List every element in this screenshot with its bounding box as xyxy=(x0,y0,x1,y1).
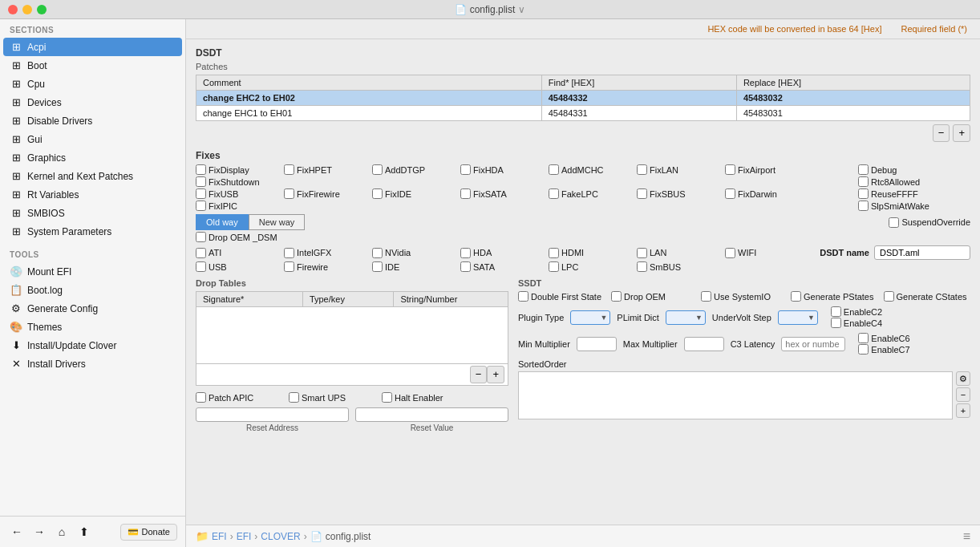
sorted-order-plus[interactable]: + xyxy=(956,403,970,418)
cb-lan[interactable]: LAN xyxy=(637,248,717,258)
min-multiplier-input[interactable] xyxy=(577,337,617,351)
bc-clover[interactable]: CLOVER xyxy=(261,531,300,542)
patches-minus-button[interactable]: − xyxy=(933,124,950,142)
cb-firewire[interactable]: Firewire xyxy=(284,261,364,272)
cb-fix-sata[interactable]: FixSATA xyxy=(460,188,541,199)
cb-suspend-override[interactable]: SuspendOverride xyxy=(889,217,970,228)
cb-fake-lpc[interactable]: FakeLPC xyxy=(549,188,629,199)
cb-ati[interactable]: ATI xyxy=(196,248,276,258)
sidebar-item-install-clover[interactable]: ⬇ Install/Update Clover xyxy=(0,336,185,355)
sidebar-item-themes[interactable]: 🎨 Themes xyxy=(0,318,185,336)
cb-enable-c6[interactable]: EnableC6 xyxy=(858,333,938,343)
cb-fix-ide[interactable]: FixIDE xyxy=(372,188,452,199)
sidebar-item-boot-log[interactable]: 📋 Boot.log xyxy=(0,281,185,299)
cb-debug[interactable]: Debug xyxy=(858,164,970,175)
breadcrumb-menu-button[interactable]: ≡ xyxy=(963,529,970,544)
patches-plus-button[interactable]: + xyxy=(953,124,970,142)
sidebar-item-mount-efi[interactable]: 💿 Mount EFI xyxy=(0,262,185,281)
plugin-type-select[interactable] xyxy=(570,310,610,325)
sidebar-item-rt-variables[interactable]: ⊞ Rt Variables xyxy=(0,185,185,204)
cb-fix-lan[interactable]: FixLAN xyxy=(637,164,717,175)
forward-icon[interactable]: → xyxy=(30,523,48,541)
sidebar-item-gui[interactable]: ⊞ Gui xyxy=(0,130,185,148)
drop-table-scroll[interactable] xyxy=(196,307,508,363)
cb-enable-c4[interactable]: EnableC4 xyxy=(831,318,911,328)
cb-fix-ipic[interactable]: FixIPIC xyxy=(196,201,276,211)
sidebar-item-disable-drivers[interactable]: ⊞ Disable Drivers xyxy=(0,111,185,130)
c3-latency-input[interactable] xyxy=(781,337,845,351)
cb-fix-hpet[interactable]: FixHPET xyxy=(284,164,364,175)
reset-value-input[interactable] xyxy=(355,407,508,422)
share-icon[interactable]: ⬆ xyxy=(75,523,93,541)
cb-add-mchc[interactable]: AddMCHC xyxy=(549,164,629,175)
cb-smbus[interactable]: SmBUS xyxy=(637,261,717,272)
cb-sata[interactable]: SATA xyxy=(460,261,541,272)
cb-halt-enabler[interactable]: Halt Enabler xyxy=(382,392,462,403)
donate-button[interactable]: 💳 Donate xyxy=(120,524,177,541)
minimize-button[interactable] xyxy=(22,5,32,14)
cb-double-first-state[interactable]: Double First State xyxy=(518,291,601,302)
new-way-button[interactable]: New way xyxy=(249,214,306,230)
disable-drivers-icon: ⊞ xyxy=(10,115,22,127)
cb-wifi[interactable]: WIFI xyxy=(725,248,805,258)
cb-intel-gfx[interactable]: IntelGFX xyxy=(284,248,364,258)
sidebar-item-system-params[interactable]: ⊞ System Parameters xyxy=(0,222,185,241)
sidebar-item-install-drivers[interactable]: ✕ Install Drivers xyxy=(0,355,185,373)
cb-fix-hda[interactable]: FixHDA xyxy=(460,164,541,175)
old-way-button[interactable]: Old way xyxy=(196,214,249,230)
cb-drop-oem-dsm[interactable]: Drop OEM _DSM xyxy=(196,232,970,242)
plimit-dict-select[interactable] xyxy=(666,310,706,325)
maximize-button[interactable] xyxy=(37,5,47,14)
title-chevron: ∨ xyxy=(518,4,525,15)
cb-enable-c2[interactable]: EnableC2 xyxy=(831,306,911,317)
cb-fix-firewire[interactable]: FixFirewire xyxy=(284,188,364,199)
cb-hdmi[interactable]: HDMI xyxy=(549,248,629,258)
max-multiplier-input[interactable] xyxy=(684,337,724,351)
cb-reuse-ffff[interactable]: ReuseFFFF xyxy=(858,188,970,199)
cb-add-dtgp[interactable]: AddDTGP xyxy=(372,164,452,175)
cb-fix-display[interactable]: FixDisplay xyxy=(196,164,276,175)
cb-smart-ups[interactable]: Smart UPS xyxy=(289,392,369,403)
bc-config-plist[interactable]: config.plist xyxy=(326,531,371,542)
sidebar-item-smbios[interactable]: ⊞ SMBIOS xyxy=(0,204,185,222)
sidebar-item-generate-config[interactable]: ⚙ Generate Config xyxy=(0,299,185,318)
cb-enable-c7[interactable]: EnableC7 xyxy=(858,344,938,355)
cb-hda[interactable]: HDA xyxy=(460,248,541,258)
dsdt-name-input[interactable] xyxy=(874,245,970,260)
back-icon[interactable]: ← xyxy=(8,523,26,541)
reset-address-input[interactable] xyxy=(196,407,349,422)
cb-rtc8allowed[interactable]: Rtc8Allowed xyxy=(858,176,970,187)
cb-generate-cstates[interactable]: Generate CStates xyxy=(884,291,967,302)
cb-fix-darwin[interactable]: FixDarwin xyxy=(725,188,805,199)
cb-fix-airport[interactable]: FixAirport xyxy=(725,164,805,175)
cb-usb[interactable]: USB xyxy=(196,261,276,272)
sidebar-item-cpu[interactable]: ⊞ Cpu xyxy=(0,75,185,93)
cb-drop-oem-ssdt[interactable]: Drop OEM xyxy=(611,291,691,302)
sorted-order-settings[interactable]: ⚙ xyxy=(956,371,970,386)
table-row[interactable]: change EHC2 to EH02 45484332 45483032 xyxy=(196,91,970,106)
sidebar-item-boot[interactable]: ⊞ Boot xyxy=(0,56,185,75)
cb-fix-usb[interactable]: FixUSB xyxy=(196,188,276,199)
close-button[interactable] xyxy=(8,5,18,14)
bc-efi2[interactable]: EFI xyxy=(237,531,252,542)
sorted-order-minus[interactable]: − xyxy=(956,387,970,402)
table-row[interactable]: change EHC1 to EH01 45484331 45483031 xyxy=(196,106,970,121)
sidebar-item-devices[interactable]: ⊞ Devices xyxy=(0,93,185,111)
bc-efi1[interactable]: EFI xyxy=(212,531,227,542)
sidebar-item-acpi[interactable]: ⊞ Acpi xyxy=(3,38,182,56)
cb-nvidia[interactable]: NVidia xyxy=(372,248,452,258)
cb-generate-pstates[interactable]: Generate PStates xyxy=(791,291,873,302)
drop-table-plus[interactable]: + xyxy=(487,366,504,383)
cb-lpc[interactable]: LPC xyxy=(549,261,629,272)
drop-table-minus[interactable]: − xyxy=(470,366,488,383)
cb-use-systemio[interactable]: Use SystemIO xyxy=(701,291,781,302)
cb-slp-smi[interactable]: SlpSmiAtWake xyxy=(858,201,970,211)
cb-fix-shutdown[interactable]: FixShutdown xyxy=(196,176,276,187)
cb-ide[interactable]: IDE xyxy=(372,261,452,272)
undervolt-select[interactable] xyxy=(778,310,818,325)
home-icon[interactable]: ⌂ xyxy=(53,523,71,541)
sidebar-item-graphics[interactable]: ⊞ Graphics xyxy=(0,148,185,167)
sidebar-item-kernel-kext[interactable]: ⊞ Kernel and Kext Patches xyxy=(0,167,185,185)
cb-patch-apic[interactable]: Patch APIC xyxy=(196,392,276,403)
cb-fix-sbus[interactable]: FixSBUS xyxy=(637,188,717,199)
